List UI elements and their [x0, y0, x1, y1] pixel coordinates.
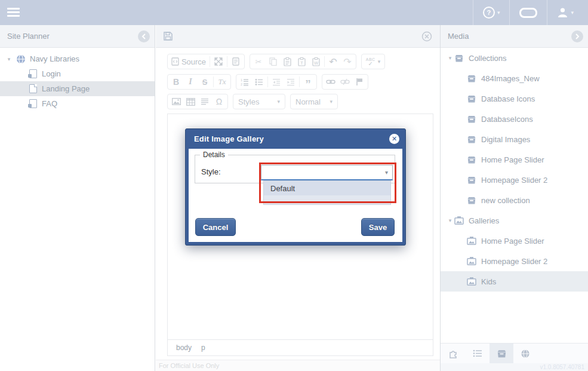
styles-dropdown[interactable]: Styles ▾	[233, 94, 285, 109]
list-view-tab[interactable]	[466, 344, 490, 363]
element-path-body[interactable]: body	[176, 344, 192, 352]
numbered-list-button[interactable]: 1 2	[238, 75, 252, 88]
expand-caret-icon[interactable]: ▾	[447, 217, 453, 223]
help-menu-button[interactable]: ? ▾	[473, 0, 510, 25]
tree-item-landing-page[interactable]: Landing Page	[0, 81, 155, 96]
chevron-down-icon: ▾	[378, 59, 381, 65]
user-menu-button[interactable]: ▾	[547, 0, 583, 25]
cut-button[interactable]: ✂	[251, 55, 266, 68]
page-icon	[27, 84, 38, 93]
tree-item-label: Login	[42, 69, 61, 78]
tree-item-faq[interactable]: FAQ	[0, 96, 155, 111]
insert-image-button[interactable]	[169, 95, 183, 108]
insert-table-button[interactable]	[183, 95, 198, 108]
anchor-button[interactable]	[352, 75, 367, 88]
expand-panel-button[interactable]	[571, 30, 583, 42]
topbar-actions: ? ▾ ▾	[473, 0, 583, 25]
expand-caret-icon[interactable]: ▾	[6, 56, 12, 62]
tray-loop-icon	[519, 8, 537, 18]
media-item[interactable]: DatabaseIcons	[441, 109, 588, 129]
media-item[interactable]: new collection	[441, 190, 588, 210]
source-button[interactable]: Source	[169, 55, 208, 68]
collection-box-icon	[453, 54, 465, 62]
maximize-button[interactable]	[211, 55, 226, 68]
horizontal-rule-button[interactable]	[198, 95, 212, 108]
widgets-tab[interactable]	[442, 344, 466, 363]
paste-button[interactable]	[280, 55, 294, 68]
tree-item-label: Navy Libraries	[30, 54, 79, 63]
unlink-button[interactable]	[338, 75, 352, 88]
media-item[interactable]: Database Icons	[441, 88, 588, 109]
tray-button[interactable]	[510, 0, 547, 25]
tree-item-login[interactable]: Login	[0, 66, 155, 81]
editor-header	[156, 25, 440, 48]
media-item[interactable]: 484Images_New	[441, 68, 588, 88]
site-planner-header: Site Planner	[0, 25, 155, 48]
tree-item-navy-libraries[interactable]: ▾ Navy Libraries	[0, 51, 155, 66]
bold-button[interactable]: B	[169, 75, 183, 88]
editor-toolbar-row-2: B I S Tx 1 2	[167, 74, 373, 90]
media-title: Media	[448, 32, 469, 41]
globe-icon	[16, 54, 26, 64]
blockquote-button[interactable]: ”	[301, 75, 315, 88]
media-item-kids[interactable]: Kids	[441, 271, 588, 292]
gallery-image-icon	[453, 216, 465, 225]
cancel-button[interactable]: Cancel	[195, 218, 236, 236]
collections-tab[interactable]	[490, 344, 513, 363]
paste-text-button[interactable]: T	[294, 55, 309, 68]
strikethrough-button[interactable]: S	[198, 75, 212, 88]
chevron-down-icon: ▾	[571, 10, 574, 16]
spellcheck-button[interactable]: ABC ✓ ▾	[363, 55, 383, 68]
special-char-button[interactable]: Ω	[212, 95, 226, 108]
media-item[interactable]: Digital Images	[441, 129, 588, 149]
omega-icon: Ω	[216, 97, 222, 106]
format-dropdown-value: Normal	[295, 97, 321, 106]
undo-arrow-icon: ↶	[329, 56, 337, 68]
media-item[interactable]: Home Page Slider	[441, 149, 588, 170]
save-button[interactable]: Save	[361, 218, 395, 236]
clipboard-icon	[284, 57, 291, 66]
redo-arrow-icon: ↷	[343, 56, 351, 68]
element-path-p[interactable]: p	[201, 344, 205, 352]
remove-format-button[interactable]: Tx	[215, 75, 229, 88]
close-circle-icon	[421, 31, 432, 42]
style-dropdown[interactable]: ▾	[261, 165, 393, 180]
expand-caret-icon[interactable]: ▾	[447, 55, 453, 61]
hamburger-menu-icon[interactable]	[7, 8, 20, 17]
save-button[interactable]	[163, 31, 173, 41]
gallery-image-icon	[466, 277, 478, 286]
media-item-collections[interactable]: ▾ Collections	[441, 48, 588, 68]
collection-box-icon	[466, 197, 478, 204]
format-dropdown[interactable]: Normal ▾	[290, 94, 338, 109]
toolbar-group-spellcheck: ABC ✓ ▾	[361, 54, 385, 69]
paste-word-button[interactable]: W	[309, 55, 323, 68]
collapse-panel-button[interactable]	[138, 30, 150, 42]
dropdown-option-default[interactable]: Default	[264, 181, 390, 195]
source-label: Source	[181, 57, 206, 66]
close-editor-button[interactable]	[421, 31, 432, 42]
media-item[interactable]: Homepage Slider 2	[441, 170, 588, 190]
list-icon	[473, 349, 482, 357]
media-item-label: 484Images_New	[481, 74, 540, 83]
unordered-list-icon	[255, 78, 263, 86]
page-locked-icon	[27, 69, 38, 78]
undo-button[interactable]: ↶	[326, 55, 340, 68]
media-item-galleries[interactable]: ▾ Galleries	[441, 210, 588, 231]
outdent-button[interactable]	[269, 75, 284, 88]
templates-button[interactable]	[229, 55, 243, 68]
redo-button[interactable]: ↷	[340, 55, 355, 68]
indent-button[interactable]	[284, 75, 298, 88]
dialog-title: Edit Image Gallery	[194, 129, 264, 149]
collection-box-icon	[497, 349, 507, 358]
italic-button[interactable]: I	[183, 75, 198, 88]
copy-button[interactable]	[266, 55, 280, 68]
chevron-left-icon	[141, 33, 146, 39]
link-button[interactable]	[324, 75, 338, 88]
dialog-close-button[interactable]: ✕	[389, 134, 399, 144]
bullet-list-button[interactable]	[252, 75, 266, 88]
web-tab[interactable]	[513, 344, 537, 363]
media-item[interactable]: Homepage Slider 2	[441, 251, 588, 271]
puzzle-icon	[449, 349, 459, 358]
svg-text:W: W	[313, 60, 318, 65]
media-item[interactable]: Home Page Slider	[441, 231, 588, 251]
